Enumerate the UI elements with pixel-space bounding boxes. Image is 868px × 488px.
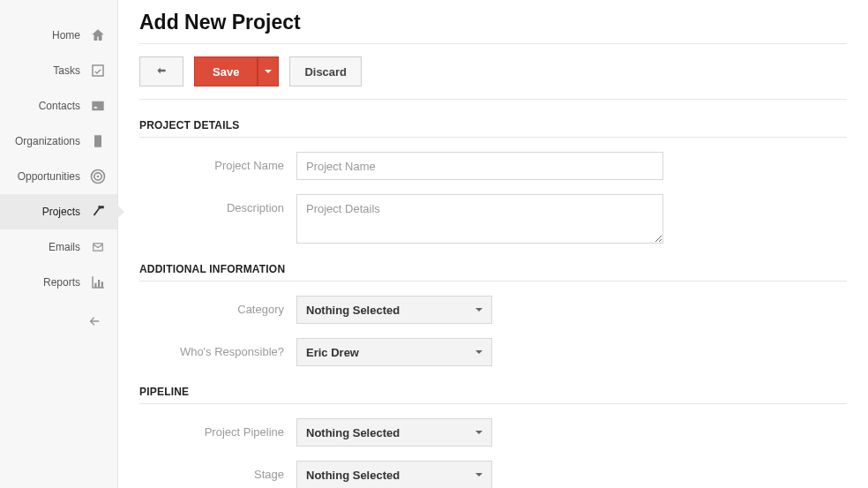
contact-card-icon <box>89 97 107 115</box>
pipeline-dropdown[interactable]: Nothing Selected <box>296 418 492 447</box>
responsible-dropdown[interactable]: Eric Drew <box>296 338 492 366</box>
chevron-down-icon <box>475 473 483 477</box>
svg-point-2 <box>97 176 100 178</box>
target-icon <box>89 168 107 185</box>
section-title: ADDITIONAL INFORMATION <box>139 263 847 282</box>
toolbar: Save Discard <box>139 43 847 100</box>
field-project-name: Project Name <box>139 152 847 180</box>
section-additional-information: ADDITIONAL INFORMATION Category Nothing … <box>139 263 847 366</box>
discard-button[interactable]: Discard <box>289 56 362 86</box>
field-label: Project Name <box>139 152 296 172</box>
checkbox-icon <box>89 62 107 79</box>
section-project-details: PROJECT DETAILS Project Name Description <box>139 119 847 244</box>
sidebar-item-label: Projects <box>42 206 80 218</box>
field-category: Category Nothing Selected <box>139 296 847 324</box>
save-button[interactable]: Save <box>194 56 258 86</box>
section-title: PROJECT DETAILS <box>139 119 847 138</box>
sidebar-item-reports[interactable]: Reports <box>0 265 117 300</box>
sidebar-item-label: Opportunities <box>18 170 80 183</box>
sidebar-item-opportunities[interactable]: Opportunities <box>0 159 117 194</box>
sidebar-item-contacts[interactable]: Contacts <box>0 88 117 124</box>
project-name-input[interactable] <box>296 152 663 180</box>
building-icon <box>89 132 107 150</box>
sidebar-item-label: Home <box>52 29 80 41</box>
field-label: Stage <box>139 461 296 481</box>
sidebar-item-label: Organizations <box>15 135 80 147</box>
field-label: Category <box>139 296 296 316</box>
chevron-down-icon <box>475 350 483 354</box>
sidebar-item-emails[interactable]: Emails <box>0 229 117 265</box>
category-dropdown[interactable]: Nothing Selected <box>296 296 492 324</box>
field-label: Who's Responsible? <box>139 338 296 358</box>
envelope-icon <box>89 238 107 256</box>
hammer-icon <box>89 203 107 221</box>
section-title: PIPELINE <box>139 386 847 404</box>
chevron-down-icon <box>475 308 483 312</box>
sidebar-item-label: Contacts <box>39 100 80 112</box>
field-label: Description <box>139 194 296 214</box>
dropdown-value: Nothing Selected <box>306 469 400 482</box>
page-title: Add New Project <box>139 11 847 34</box>
sidebar-item-tasks[interactable]: Tasks <box>0 53 117 88</box>
section-pipeline: PIPELINE Project Pipeline Nothing Select… <box>139 386 847 488</box>
field-stage: Stage Nothing Selected <box>139 461 847 488</box>
main-content: Add New Project Save Discard PROJECT DET… <box>118 0 868 488</box>
chevron-down-icon <box>265 70 272 73</box>
sidebar-item-home[interactable]: Home <box>0 18 117 53</box>
field-description: Description <box>139 194 847 244</box>
field-label: Project Pipeline <box>139 418 296 439</box>
sidebar-item-label: Reports <box>43 276 80 289</box>
sidebar-item-organizations[interactable]: Organizations <box>0 124 117 159</box>
save-button-group: Save <box>194 56 279 86</box>
sidebar-item-label: Tasks <box>53 64 80 77</box>
chevron-down-icon <box>475 431 483 434</box>
back-arrow-icon <box>153 64 169 79</box>
back-button[interactable] <box>139 56 183 86</box>
dropdown-value: Nothing Selected <box>306 426 400 439</box>
stage-dropdown[interactable]: Nothing Selected <box>296 461 492 488</box>
save-dropdown-button[interactable] <box>258 56 279 86</box>
sidebar: Home Tasks Contacts Organizations Opport… <box>0 0 118 488</box>
sidebar-item-label: Emails <box>49 241 80 253</box>
sidebar-item-projects[interactable]: Projects <box>0 194 117 229</box>
field-responsible: Who's Responsible? Eric Drew <box>139 338 847 366</box>
dropdown-value: Eric Drew <box>306 346 359 359</box>
home-icon <box>89 26 107 44</box>
bar-chart-icon <box>89 274 107 291</box>
arrow-left-icon <box>86 312 103 330</box>
sidebar-collapse-button[interactable] <box>0 300 117 342</box>
field-pipeline: Project Pipeline Nothing Selected <box>139 418 847 447</box>
description-textarea[interactable] <box>296 194 663 244</box>
dropdown-value: Nothing Selected <box>306 304 400 317</box>
